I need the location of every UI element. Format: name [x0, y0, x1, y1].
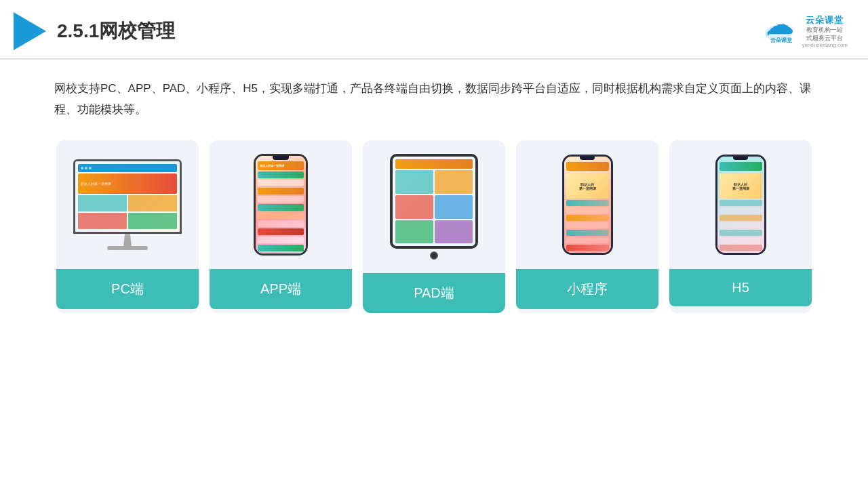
- brand-name-text: 云朵课堂: [770, 37, 793, 43]
- pad-tablet-icon: [390, 154, 478, 260]
- card-pc: 职达人的第一堂网课 PC端: [56, 140, 199, 313]
- card-app-label: APP端: [210, 269, 352, 309]
- card-app: 职达人的第一堂网课: [210, 140, 352, 313]
- brand-name: 云朵课堂: [806, 14, 844, 26]
- logo-triangle-icon: [14, 12, 46, 50]
- header-left: 2.5.1网校管理: [14, 12, 175, 50]
- pc-monitor-icon: 职达人的第一堂网课: [73, 159, 182, 250]
- description-text: 网校支持PC、APP、PAD、小程序、H5，实现多端打通，产品各终端自由切换，数…: [0, 60, 868, 134]
- card-pad: PAD端: [363, 140, 505, 313]
- brand-tagline: 教育机构一站 式服务云平台: [806, 26, 843, 42]
- card-h5-image: 职达人的第一堂网课: [669, 140, 812, 269]
- brand-url: yunduoketang.com: [802, 42, 848, 48]
- cloud-logo-icon: 云朵课堂: [761, 18, 796, 44]
- app-phone-icon: 职达人的第一堂网课: [254, 154, 308, 256]
- card-miniprogram-label: 小程序: [516, 269, 658, 309]
- card-app-image: 职达人的第一堂网课: [210, 140, 352, 269]
- card-h5: 职达人的第一堂网课 H5: [669, 140, 812, 313]
- header-right: 云朵课堂 云朵课堂 教育机构一站 式服务云平台 yunduoketang.com: [761, 14, 848, 48]
- card-pc-label: PC端: [56, 269, 199, 309]
- miniprogram-phone-icon: 职达人的第一堂网课: [562, 155, 613, 255]
- h5-phone-icon: 职达人的第一堂网课: [715, 155, 766, 255]
- card-pc-image: 职达人的第一堂网课: [56, 140, 199, 269]
- card-pad-label: PAD端: [363, 273, 505, 313]
- cards-container: 职达人的第一堂网课 PC端: [0, 134, 868, 327]
- card-pad-image: [363, 140, 505, 273]
- brand-info: 云朵课堂 教育机构一站 式服务云平台 yunduoketang.com: [802, 14, 848, 48]
- page-title: 2.5.1网校管理: [57, 18, 175, 44]
- card-h5-label: H5: [669, 269, 812, 306]
- card-miniprogram-image: 职达人的第一堂网课: [516, 140, 658, 269]
- card-miniprogram: 职达人的第一堂网课 小程序: [516, 140, 658, 313]
- header: 2.5.1网校管理 云朵课堂 云朵课堂 教育机构一站 式服务云平台 yunduo…: [0, 0, 868, 60]
